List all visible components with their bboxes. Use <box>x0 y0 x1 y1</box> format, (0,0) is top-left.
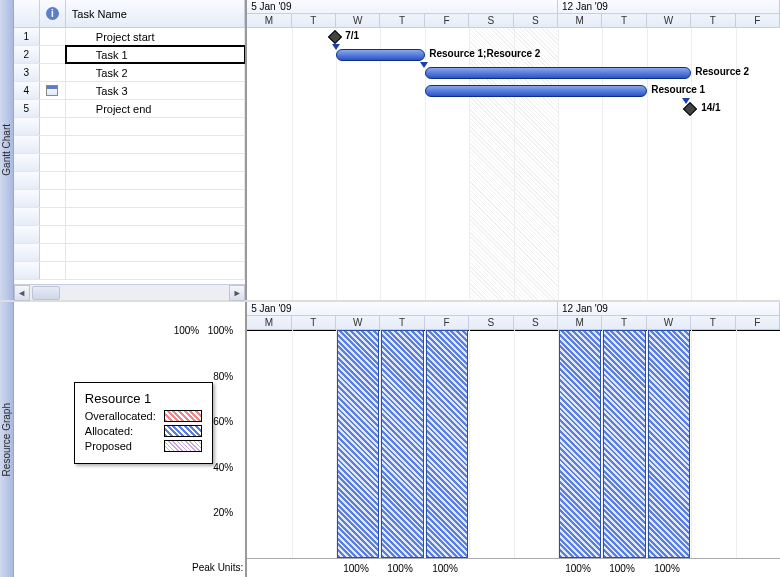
legend-swatch-overallocated <box>164 410 202 422</box>
task-name-cell[interactable]: Task 1 <box>66 46 245 63</box>
gantt-row: Resource 1;Resource 2 <box>247 46 780 64</box>
table-row-empty[interactable] <box>14 208 245 226</box>
legend-label: Proposed <box>85 440 132 452</box>
day-header: F <box>425 316 469 329</box>
gantt-row: Resource 1 <box>247 82 780 100</box>
table-row[interactable]: 1 Project start <box>14 28 245 46</box>
link-arrow-icon <box>420 62 428 68</box>
gantt-tab[interactable]: Gantt Chart <box>0 0 14 300</box>
row-indicator <box>40 100 66 117</box>
allocation-bar[interactable] <box>337 330 379 558</box>
peak-value: 100% <box>387 563 413 574</box>
week-header: 5 Jan '09 <box>247 302 558 315</box>
table-row-empty[interactable] <box>14 190 245 208</box>
day-header: M <box>247 316 291 329</box>
week-header: 5 Jan '09 <box>247 0 558 13</box>
task-name-cell[interactable]: Task 3 <box>66 82 245 99</box>
task-bar-label: Resource 2 <box>695 66 749 77</box>
peak-units-label: Peak Units: <box>192 562 243 573</box>
gantt-row: 7/1 <box>247 28 780 46</box>
legend-label: Allocated: <box>85 425 133 437</box>
row-number: 1 <box>14 28 40 45</box>
day-header: T <box>380 14 424 27</box>
peak-value: 100% <box>565 563 591 574</box>
allocation-bar[interactable] <box>381 330 423 558</box>
table-row[interactable]: 2 Task 1 <box>14 46 245 64</box>
row-number: 5 <box>14 100 40 117</box>
y-tick: 60% <box>213 416 233 427</box>
gantt-chart[interactable]: 5 Jan '09 12 Jan '09 M T W T F S S M T W… <box>247 0 780 300</box>
grid-header: i Task Name <box>14 0 245 28</box>
day-header: T <box>380 316 424 329</box>
day-header: F <box>736 14 780 27</box>
week-header: 12 Jan '09 <box>558 0 780 13</box>
task-bar-label: Resource 1;Resource 2 <box>429 48 540 59</box>
table-row-empty[interactable] <box>14 154 245 172</box>
task-grid: i Task Name 1 Project start 2 Task 1 3 T <box>14 0 247 300</box>
day-header: M <box>558 316 602 329</box>
legend-box: Resource 1 Overallocated: Allocated: Pro… <box>74 382 213 464</box>
peak-value: 100% <box>654 563 680 574</box>
resource-chart[interactable]: 100% 80% 60% 40% 20% <box>247 330 780 559</box>
day-header: W <box>647 14 691 27</box>
y-tick: 80% <box>213 370 233 381</box>
week-header: 12 Jan '09 <box>558 302 780 315</box>
row-indicator <box>40 64 66 81</box>
day-header: M <box>247 14 291 27</box>
task-bar[interactable] <box>336 49 425 61</box>
allocation-bar[interactable] <box>648 330 690 558</box>
table-row-empty[interactable] <box>14 172 245 190</box>
row-indicator <box>40 82 66 99</box>
task-name-cell[interactable]: Project start <box>66 28 245 45</box>
row-header-blank <box>14 0 40 27</box>
calendar-icon <box>46 85 58 96</box>
table-row-empty[interactable] <box>14 136 245 154</box>
day-header: W <box>647 316 691 329</box>
link-arrow-icon <box>332 44 340 50</box>
table-row[interactable]: 5 Project end <box>14 100 245 118</box>
row-indicator <box>40 46 66 63</box>
day-header: T <box>292 14 336 27</box>
peak-units-row: Peak Units: 100% 100% 100% 100% 100% 100… <box>247 559 780 577</box>
y-tick-label: 100% <box>174 325 200 336</box>
task-bar[interactable] <box>425 67 691 79</box>
day-header: T <box>602 316 646 329</box>
y-tick: 40% <box>213 461 233 472</box>
legend-swatch-allocated <box>164 425 202 437</box>
table-row-empty[interactable] <box>14 262 245 280</box>
table-row-empty[interactable] <box>14 226 245 244</box>
gantt-row: Resource 2 <box>247 64 780 82</box>
table-row-empty[interactable] <box>14 244 245 262</box>
task-name-cell[interactable]: Task 2 <box>66 64 245 81</box>
grid-horizontal-scrollbar[interactable]: ◄ ► <box>14 284 245 300</box>
milestone-end[interactable] <box>683 102 697 116</box>
day-header: M <box>558 14 602 27</box>
scroll-right-icon[interactable]: ► <box>229 285 245 301</box>
task-bar-label: Resource 1 <box>651 84 705 95</box>
allocation-bar[interactable] <box>559 330 601 558</box>
scroll-left-icon[interactable]: ◄ <box>14 285 30 301</box>
table-row-empty[interactable] <box>14 118 245 136</box>
legend-swatch-proposed <box>164 440 202 452</box>
row-indicator <box>40 28 66 45</box>
peak-value: 100% <box>609 563 635 574</box>
task-name-cell[interactable]: Project end <box>66 100 245 117</box>
info-column-header[interactable]: i <box>40 0 66 27</box>
table-row[interactable]: 4 Task 3 <box>14 82 245 100</box>
legend-title: Resource 1 <box>85 391 202 406</box>
day-header: T <box>292 316 336 329</box>
task-name-column-header[interactable]: Task Name <box>66 0 245 27</box>
legend-label: Overallocated: <box>85 410 156 422</box>
day-header: F <box>425 14 469 27</box>
milestone-start[interactable] <box>328 30 342 44</box>
scroll-thumb[interactable] <box>32 286 60 300</box>
task-bar[interactable] <box>425 85 647 97</box>
table-row[interactable]: 3 Task 2 <box>14 64 245 82</box>
row-number: 2 <box>14 46 40 63</box>
resource-legend-pane: Resource 1 Overallocated: Allocated: Pro… <box>14 302 247 577</box>
allocation-bar[interactable] <box>603 330 645 558</box>
y-tick: 100% <box>208 325 234 336</box>
allocation-bar[interactable] <box>426 330 468 558</box>
resource-graph-tab[interactable]: Resource Graph <box>0 302 14 577</box>
info-icon: i <box>46 7 59 20</box>
